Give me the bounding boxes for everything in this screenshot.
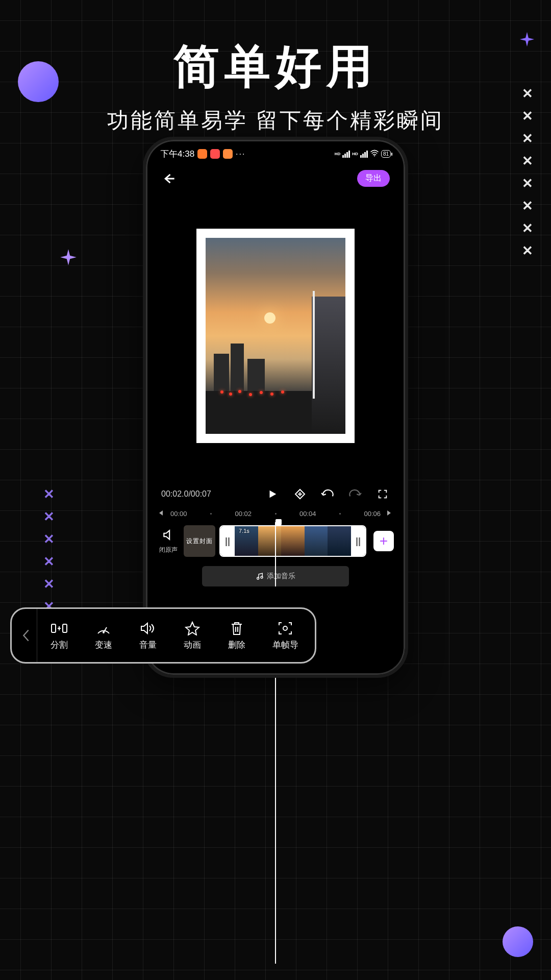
volume-icon [139,621,157,636]
timecode-display: 00:02.0/00:07 [161,489,211,499]
toolbar-item-label: 动画 [184,639,201,651]
mute-label: 闭原声 [157,546,180,554]
frame-export-button[interactable]: 单帧导 [272,621,298,651]
playhead-marker[interactable] [276,519,282,525]
svg-rect-4 [63,624,67,632]
clip-handle-left[interactable]: || [220,526,235,556]
playhead-line[interactable] [275,522,276,586]
headline-subtitle: 功能简单易学 留下每个精彩瞬间 [0,106,551,135]
split-button[interactable]: 分割 [51,621,68,651]
statusbar-time: 下午4:38 [160,148,194,160]
signal-icon [342,151,350,158]
ruler-mark: 00:04 [299,510,316,518]
mute-button[interactable] [157,528,180,544]
statusbar-more-icon: ··· [236,150,245,159]
export-button[interactable]: 导出 [357,170,390,187]
phone-frame: 下午4:38 ··· HD HD 81 导出 [143,137,408,678]
headline-title: 简单好用 [0,36,551,98]
redo-button[interactable] [348,487,362,501]
set-cover-button[interactable]: 设置封面 [184,525,215,557]
marketing-headline: 简单好用 功能简单易学 留下每个精彩瞬间 [0,36,551,135]
clip-duration-label: 7.1s [239,528,249,534]
svg-point-1 [257,577,259,579]
svg-point-5 [103,631,105,633]
play-button[interactable] [265,487,280,501]
ruler-mark: 00:00 [170,510,187,518]
delete-button[interactable]: 删除 [228,621,245,651]
add-clip-button[interactable]: + [373,531,394,551]
toolbar-item-label: 变速 [95,639,112,651]
trash-icon [228,621,245,636]
clip-handle-right[interactable]: || [351,526,365,556]
statusbar-app-icon [223,149,233,159]
add-music-label: 添加音乐 [267,572,295,581]
statusbar-app-icon [210,149,220,159]
clip-thumbnail [328,526,351,556]
star-icon [184,621,201,636]
decor-circle-bottom-right [503,926,533,957]
preview-frame [196,229,355,443]
toolbar-item-label: 音量 [139,639,157,651]
edit-toolbar: 分割 变速 音量 动画 删除 单帧导 [10,607,316,664]
wifi-icon [370,150,379,158]
toolbar-item-label: 分割 [51,639,68,651]
jump-end-button[interactable] [386,509,394,518]
animation-button[interactable]: 动画 [184,621,201,651]
keyframe-button[interactable] [293,487,307,501]
svg-point-0 [374,155,375,156]
clip-thumbnail [305,526,328,556]
status-bar: 下午4:38 ··· HD HD 81 [151,145,400,161]
battery-icon: 81 [381,150,391,158]
preview-image [206,238,345,434]
hd-indicator: HD [352,152,358,156]
speed-button[interactable]: 变速 [95,621,112,651]
svg-point-2 [261,576,263,578]
ruler-mark: 00:06 [364,510,381,518]
ruler-mark: 00:02 [235,510,252,518]
statusbar-app-icon [197,149,207,159]
toolbar-back-button[interactable] [15,609,37,662]
undo-button[interactable] [320,487,335,501]
fullscreen-button[interactable] [375,487,390,501]
set-cover-label: 设置封面 [186,537,213,546]
frame-export-icon [277,621,294,636]
split-icon [51,621,68,636]
speedometer-icon [95,621,112,636]
toolbar-item-label: 删除 [228,639,245,651]
video-preview[interactable] [171,193,380,479]
clip-thumbnail [281,526,305,556]
playhead-extension-line [275,678,276,964]
svg-point-6 [283,626,287,630]
hd-indicator: HD [335,152,341,156]
sparkle-icon [59,248,78,267]
back-button[interactable] [161,172,176,186]
toolbar-item-label: 单帧导 [272,639,298,651]
svg-rect-3 [52,624,56,632]
clip-thumbnail [258,526,282,556]
volume-button[interactable]: 音量 [139,621,157,651]
jump-start-button[interactable] [157,509,165,518]
signal-icon [360,151,368,158]
video-clip[interactable]: 7.1s || || [219,525,366,557]
